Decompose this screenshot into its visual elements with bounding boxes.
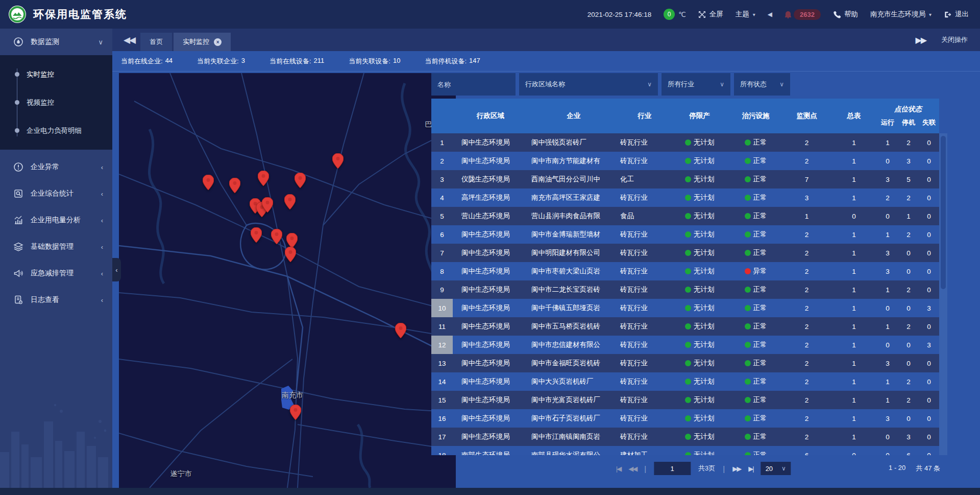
sidebar-item-data-monitoring[interactable]: 数据监测 ∨	[0, 29, 112, 55]
sidebar-item-power-analysis[interactable]: 企业用电量分析 ‹	[0, 207, 112, 233]
cell-region: 南部生态环境局	[453, 446, 528, 455]
sidebar-item-log-view[interactable]: 日志查看 ‹	[0, 287, 112, 313]
theme-dropdown[interactable]: 主题 ▾	[736, 10, 755, 19]
map-pin[interactable]	[285, 247, 296, 262]
sidebar-item-realtime-monitoring[interactable]: 实时监控	[0, 60, 112, 88]
cell-stop-count: 6	[898, 446, 919, 455]
status-dot-green	[685, 213, 691, 219]
table-row[interactable]: 14阆中生态环境局阆中大兴页岩机砖厂砖瓦行业无计划正常21120	[431, 372, 939, 391]
map-pin[interactable]	[251, 227, 262, 243]
tab-home[interactable]: 首页	[140, 33, 172, 51]
table-row[interactable]: 9阆中生态环境局阆中市二龙长宝页岩砖砖瓦行业无计划正常21120	[431, 280, 939, 299]
user-org-dropdown[interactable]: 南充市生态环境局 ▾	[870, 10, 932, 19]
sidebar-item-power-load-detail[interactable]: 企业电力负荷明细	[0, 116, 112, 145]
map-pin[interactable]	[286, 233, 298, 248]
status-dot-green	[745, 139, 751, 146]
table-scrollbar[interactable]	[939, 133, 947, 455]
table-row[interactable]: 4高坪生态环境局南充市高坪区王家店建砖瓦行业无计划正常31220	[431, 188, 939, 207]
cell-company: 阆中市金博瑞新型墙材	[528, 225, 619, 244]
map-pin[interactable]	[290, 405, 301, 420]
first-page-icon[interactable]: |◀	[616, 465, 621, 473]
table-row[interactable]: 6阆中生态环境局阆中市金博瑞新型墙材砖瓦行业无计划正常21120	[431, 225, 939, 244]
map-pin[interactable]	[284, 194, 296, 209]
tab-realtime-monitoring[interactable]: 实时监控 ×	[174, 33, 231, 51]
status-dot-green	[745, 176, 751, 182]
map-pin[interactable]	[395, 323, 406, 338]
table-row[interactable]: 5营山生态环境局营山县润丰肉食品有限食品无计划正常10010	[431, 207, 939, 225]
name-search-input[interactable]	[431, 73, 516, 96]
cell-total-meter: 1	[831, 336, 877, 354]
table-row[interactable]: 8阆中生态环境局阆中市枣碧大梁山页岩砖瓦行业无计划异常21300	[431, 262, 939, 280]
table-row[interactable]: 13阆中生态环境局阆中市金福旺页岩机砖砖瓦行业无计划正常21300	[431, 354, 939, 372]
col-header-lost: 失联	[919, 118, 939, 127]
table-row[interactable]: 15阆中生态环境局阆中市光富页岩机砖厂砖瓦行业无计划正常21120	[431, 391, 939, 409]
table-row[interactable]: 1阆中生态环境局阆中强锐页岩砖厂砖瓦行业无计划正常21120	[431, 133, 939, 152]
last-page-icon[interactable]: ▶|	[748, 465, 753, 473]
notification-count-badge: 2632	[794, 9, 821, 20]
cell-run-count: 2	[877, 188, 898, 207]
status-dot-green	[685, 158, 691, 164]
row-index: 14	[431, 372, 453, 391]
cell-company: 南部县砚华水泥有限公	[528, 446, 619, 455]
mute-speaker-button[interactable]: ◀	[768, 11, 772, 18]
cell-total-meter: 1	[831, 428, 877, 446]
cell-facility-status: 正常	[729, 152, 782, 170]
table-row[interactable]: 17阆中生态环境局阆中市江南镇阆南页岩砖瓦行业无计划正常21030	[431, 428, 939, 446]
cell-monitor-count: 2	[782, 152, 831, 170]
pagination-summary: 1 - 20 共 47 条	[889, 464, 947, 473]
page-size-select[interactable]: 20 ∨	[761, 462, 791, 475]
page-number-input[interactable]	[654, 462, 691, 475]
next-page-icon[interactable]: ▶▶	[732, 465, 741, 473]
status-dot-green	[745, 452, 751, 455]
cell-monitor-count: 2	[782, 299, 831, 317]
notification-button[interactable]: 2632	[785, 9, 821, 20]
enterprise-panel: 行政区域名称 ∨ 所有行业 ∨ 所有状态 ∨ 行政区域	[431, 73, 947, 478]
table-row[interactable]: 11阆中生态环境局阆中市五马桥页岩机砖砖瓦行业无计划正常21120	[431, 317, 939, 336]
cell-run-count: 0	[877, 299, 898, 317]
cell-monitor-count: 2	[782, 354, 831, 372]
sidebar-collapse-handle[interactable]: ‹	[112, 258, 121, 281]
map-pin[interactable]	[258, 171, 269, 186]
sidebar-item-video-monitoring[interactable]: 视频监控	[0, 88, 112, 116]
map-pin[interactable]	[262, 197, 273, 213]
sidebar-item-base-data[interactable]: 基础数据管理 ‹	[0, 233, 112, 260]
map-pin[interactable]	[271, 229, 282, 244]
cell-company: 阆中强锐页岩砖厂	[528, 133, 619, 152]
map-pin[interactable]	[229, 178, 240, 193]
industry-select[interactable]: 所有行业 ∨	[662, 73, 730, 96]
sidebar-item-enterprise-statistics[interactable]: 企业综合统计 ‹	[0, 180, 112, 207]
help-button[interactable]: 帮助	[833, 10, 858, 19]
sidebar-item-enterprise-abnormal[interactable]: 企业异常 ‹	[0, 154, 112, 180]
table-row[interactable]: 10阆中生态环境局阆中千佛镇五郎垭页岩砖瓦行业无计划正常21003	[431, 299, 939, 317]
table-row[interactable]: 18南部生态环境局南部县砚华水泥有限公建材加工无计划正常60060	[431, 446, 939, 455]
cell-stop-status: 无计划	[670, 225, 729, 244]
table-row[interactable]: 7阆中生态环境局阆中明阳建材有限公司砖瓦行业无计划正常21300	[431, 244, 939, 262]
table-row[interactable]: 3仪陇生态环境局西南油气田分公司川中化工无计划正常71350	[431, 170, 939, 188]
map-pin[interactable]	[295, 173, 306, 188]
cell-facility-status: 正常	[729, 225, 782, 244]
map-pin[interactable]	[332, 153, 344, 169]
tabs-scroll-right-icon[interactable]: ▶▶	[915, 35, 926, 45]
status-dot-green	[745, 397, 751, 403]
logout-button[interactable]: 退出	[944, 10, 969, 19]
cell-region: 营山生态环境局	[453, 207, 528, 225]
close-operations-button[interactable]: 关闭操作	[941, 35, 968, 44]
table-row[interactable]: 12阆中生态环境局阆中市忠信建材有限公砖瓦行业无计划正常21003	[431, 336, 939, 354]
prev-page-icon[interactable]: ◀◀	[628, 465, 636, 473]
tabs-scroll-left-icon[interactable]: ◀◀	[119, 35, 139, 45]
stat-offline-enterprises: 当前失联企业:3	[197, 57, 245, 66]
map-pin[interactable]	[203, 175, 214, 190]
cell-facility-status: 正常	[729, 372, 782, 391]
region-select[interactable]: 行政区域名称 ∨	[519, 73, 658, 96]
row-index: 9	[431, 280, 453, 299]
sidebar-item-emergency-reduction[interactable]: 应急减排管理 ‹	[0, 260, 112, 287]
city-label: 遂宁市	[170, 469, 192, 479]
status-select[interactable]: 所有状态 ∨	[734, 73, 790, 96]
table-row[interactable]: 2阆中生态环境局阆中市南方节能建材有砖瓦行业无计划正常21030	[431, 152, 939, 170]
cell-stop-count: 0	[898, 336, 919, 354]
status-dot-green	[745, 231, 751, 238]
fullscreen-button[interactable]: 全屏	[698, 10, 723, 19]
close-icon[interactable]: ×	[214, 38, 222, 46]
table-row[interactable]: 16阆中生态环境局阆中市石子页岩机砖厂砖瓦行业无计划正常21300	[431, 409, 939, 428]
map-panel[interactable]: 巴中市南充市遂宁市	[119, 73, 456, 488]
